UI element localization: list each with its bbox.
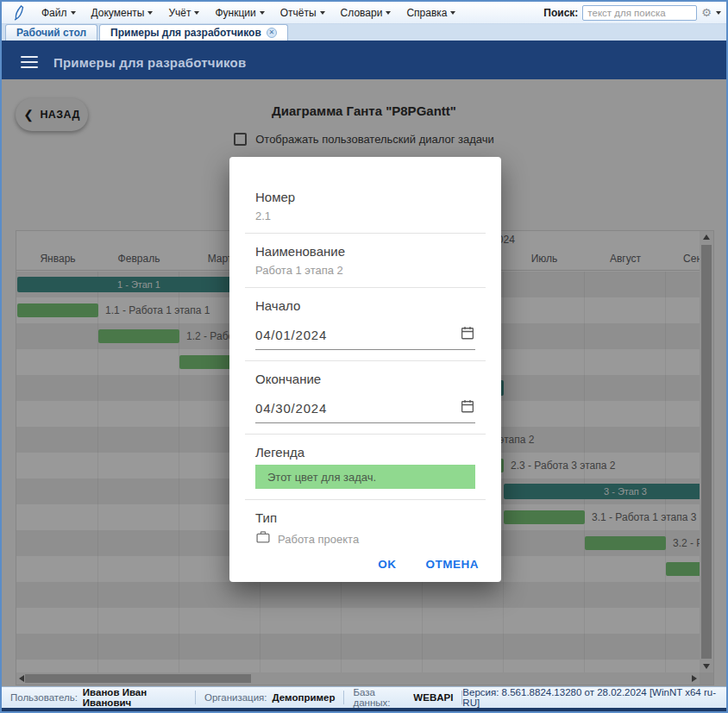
field-label: Легенда [255, 445, 475, 460]
dialog-field-type: ТипРабота проекта [229, 500, 501, 558]
search-options-caret-icon[interactable] [716, 11, 721, 15]
date-value: 04/01/2024 [255, 328, 327, 342]
task-dialog: Номер2.1НаименованиеРабота 1 этапа 2Нача… [229, 157, 501, 582]
tab-label: Примеры для разработчиков [110, 27, 261, 39]
calendar-icon[interactable] [460, 398, 475, 417]
menu-item-5[interactable]: Отчёты [273, 4, 332, 22]
page-content: ❮ НАЗАД Диаграмма Ганта "P8PGantt" Отобр… [2, 79, 726, 686]
cancel-button[interactable]: ОТМЕНА [426, 558, 480, 571]
menu-bar: ФайлДокументыУчётФункцииОтчётыСловариСпр… [2, 2, 726, 24]
status-label: Пользователь: [10, 692, 78, 703]
search-area: Поиск: ⚙ [543, 5, 721, 21]
menu-item-7[interactable]: Справка [399, 4, 462, 22]
chevron-down-icon [450, 11, 455, 15]
field-value: Работа проекта [278, 533, 359, 546]
status-value: Иванов Иван Иванович [83, 687, 186, 708]
ok-button[interactable]: OK [378, 558, 396, 571]
chevron-down-icon [71, 11, 76, 15]
field-label: Наименование [255, 244, 475, 259]
tab-label: Рабочий стол [16, 27, 86, 39]
dialog-actions: OK ОТМЕНА [229, 558, 501, 582]
field-value: Работа 1 этапа 2 [255, 264, 475, 277]
menu-item-label: Функции [215, 7, 255, 19]
menu-item-label: Документы [91, 7, 145, 19]
menu-item-label: Отчёты [280, 7, 317, 19]
field-label: Тип [255, 510, 475, 525]
gear-icon[interactable]: ⚙ [701, 7, 712, 18]
app-window: ФайлДокументыУчётФункцииОтчётыСловариСпр… [0, 0, 728, 713]
menu-item-label: Файл [41, 7, 67, 19]
status-label: База данных: [353, 687, 408, 708]
field-label: Начало [255, 298, 475, 313]
date-input[interactable]: 04/30/2024 [255, 398, 475, 423]
field-label: Окончание [255, 372, 475, 386]
status-label: Организация: [204, 692, 267, 703]
dialog-field-date: Начало04/01/2024 [229, 288, 501, 360]
menu-item-1[interactable]: Файл [35, 4, 83, 22]
search-input[interactable] [582, 5, 697, 21]
dialog-field-legend: ЛегендаЭтот цвет для задач. [229, 435, 501, 499]
tab-2[interactable]: Примеры для разработчиков✕ [99, 24, 288, 41]
app-logo-icon [10, 4, 28, 22]
task-type-row: Работа проекта [255, 530, 475, 547]
search-label: Поиск: [543, 7, 578, 19]
status-value: WEBAPI [413, 692, 453, 703]
briefcase-icon [255, 530, 271, 547]
version-label: Версия: 8.561.8824.13280 от 28.02.2024 [… [462, 687, 719, 708]
status-group: База данных:WEBAPI [344, 691, 462, 704]
menu-item-6[interactable]: Словари [334, 4, 399, 22]
main-menu: ФайлДокументыУчётФункцииОтчётыСловариСпр… [35, 4, 462, 22]
status-value: Демопример [273, 692, 336, 703]
status-group: Организация:Демопример [196, 691, 345, 704]
app-header-title: Примеры для разработчиков [53, 55, 246, 70]
status-group: Пользователь:Иванов Иван Иванович [9, 691, 196, 704]
menu-item-2[interactable]: Документы [85, 4, 160, 22]
menu-item-4[interactable]: Функции [208, 4, 271, 22]
status-bar: Пользователь:Иванов Иван ИвановичОрганиз… [2, 686, 726, 711]
dialog-field-text: Номер2.1 [229, 179, 501, 233]
hamburger-menu-icon[interactable] [21, 56, 38, 68]
chevron-down-icon [320, 11, 325, 15]
tab-close-icon[interactable]: ✕ [267, 28, 277, 38]
dialog-field-date: Окончание04/30/2024 [229, 361, 501, 434]
date-input[interactable]: 04/01/2024 [255, 325, 475, 350]
field-value: 2.1 [255, 210, 475, 222]
menu-item-3[interactable]: Учёт [161, 4, 206, 22]
status-bar-strip [2, 708, 726, 711]
menu-item-label: Учёт [168, 7, 191, 19]
chevron-down-icon [194, 11, 199, 15]
menu-item-label: Словари [341, 7, 383, 19]
field-label: Номер [255, 190, 475, 204]
tab-1[interactable]: Рабочий стол [5, 24, 97, 41]
menu-item-label: Справка [406, 7, 447, 19]
app-header: Примеры для разработчиков [2, 45, 726, 79]
tab-bar: Рабочий столПримеры для разработчиков✕ [2, 24, 726, 45]
dialog-field-text: НаименованиеРабота 1 этапа 2 [229, 234, 501, 287]
status-row: Пользователь:Иванов Иван ИвановичОрганиз… [2, 687, 726, 708]
date-value: 04/30/2024 [255, 401, 327, 416]
calendar-icon[interactable] [460, 325, 475, 344]
chevron-down-icon [260, 11, 265, 15]
chevron-down-icon [386, 11, 391, 15]
chevron-down-icon [147, 11, 153, 15]
legend-color-box: Этот цвет для задач. [255, 465, 475, 489]
